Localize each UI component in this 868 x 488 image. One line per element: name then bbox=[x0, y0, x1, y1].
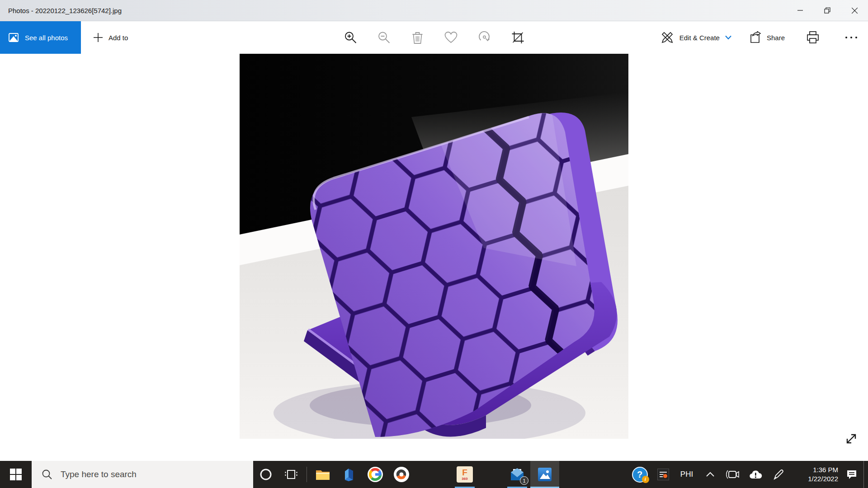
action-center-icon bbox=[845, 468, 858, 481]
zoom-in-icon bbox=[344, 31, 357, 44]
crop-button[interactable] bbox=[507, 27, 528, 48]
edit-create-label: Edit & Create bbox=[679, 34, 720, 42]
onenote-button[interactable] bbox=[336, 461, 362, 488]
minimize-icon bbox=[797, 8, 803, 13]
zoom-out-button[interactable] bbox=[373, 27, 395, 48]
device-camera-icon bbox=[726, 469, 740, 480]
trash-icon bbox=[411, 31, 424, 44]
info-badge-icon: i bbox=[642, 476, 649, 483]
window-title: Photos - 20220122_123626[5742].jpg bbox=[8, 7, 122, 14]
minimize-button[interactable] bbox=[787, 0, 814, 21]
rotate-icon bbox=[477, 31, 491, 44]
task-view-icon bbox=[284, 468, 298, 481]
pen-icon bbox=[772, 468, 784, 481]
onenote-icon bbox=[342, 467, 356, 482]
favorite-button[interactable] bbox=[440, 27, 462, 48]
chevron-up-icon bbox=[706, 472, 714, 477]
zoom-out-icon bbox=[377, 31, 391, 44]
edit-create-button[interactable]: Edit & Create bbox=[660, 21, 731, 54]
onedrive-alert-tray-button[interactable] bbox=[744, 461, 767, 488]
share-button[interactable]: Share bbox=[749, 21, 785, 54]
plus-icon bbox=[93, 33, 103, 42]
search-input[interactable] bbox=[60, 469, 242, 480]
ellipsis-icon bbox=[844, 36, 858, 39]
tray-app-icon bbox=[657, 469, 669, 480]
language-label: PHI bbox=[680, 470, 693, 479]
cloud-alert-icon bbox=[749, 469, 762, 480]
photos-app-icon bbox=[537, 467, 552, 482]
file-explorer-icon bbox=[315, 468, 330, 481]
add-to-label: Add to bbox=[108, 34, 128, 42]
taskbar-separator bbox=[307, 467, 307, 482]
google-button[interactable] bbox=[362, 461, 388, 488]
expand-icon bbox=[844, 432, 858, 446]
get-help-tray-button[interactable]: ? i bbox=[627, 461, 652, 488]
tray-app-button[interactable] bbox=[652, 461, 675, 488]
taskbar-gap bbox=[478, 461, 504, 488]
taskbar: F 360 1 bbox=[0, 461, 868, 488]
crop-icon bbox=[511, 31, 524, 44]
file-explorer-button[interactable] bbox=[310, 461, 336, 488]
edit-create-icon bbox=[660, 31, 674, 44]
hidden-icons-button[interactable] bbox=[699, 461, 722, 488]
command-bar-right: Edit & Create Share bbox=[660, 21, 862, 54]
photo-tools bbox=[340, 21, 528, 54]
mail-button[interactable]: 1 bbox=[504, 461, 530, 488]
clock-time: 1:36 PM bbox=[813, 465, 838, 474]
window-controls bbox=[787, 0, 868, 21]
search-icon bbox=[42, 469, 52, 480]
fusion-f-glyph: F bbox=[462, 468, 467, 477]
device-tray-button[interactable] bbox=[722, 461, 744, 488]
language-indicator[interactable]: PHI bbox=[675, 461, 699, 488]
photos-gallery-icon bbox=[8, 32, 19, 43]
help-icon: ? i bbox=[632, 467, 648, 483]
clock[interactable]: 1:36 PM 1/22/2022 bbox=[789, 461, 840, 488]
fusion-360-icon: F 360 bbox=[457, 466, 473, 483]
cortana-button[interactable] bbox=[253, 461, 278, 488]
fusion-360-glyph: 360 bbox=[462, 477, 467, 481]
chevron-down-icon bbox=[725, 35, 731, 40]
printer-icon bbox=[806, 31, 820, 44]
share-label: Share bbox=[767, 34, 785, 42]
windows-logo-icon bbox=[10, 469, 22, 480]
see-more-button[interactable] bbox=[840, 27, 862, 48]
share-icon bbox=[749, 31, 761, 44]
zoom-in-button[interactable] bbox=[340, 27, 361, 48]
orange-circle-app-icon bbox=[394, 467, 409, 482]
close-button[interactable] bbox=[841, 0, 868, 21]
taskbar-spacer bbox=[559, 461, 627, 488]
restore-icon bbox=[824, 7, 830, 14]
mail-badge: 1 bbox=[520, 476, 528, 485]
google-g-icon bbox=[368, 467, 383, 482]
fusion-360-button[interactable]: F 360 bbox=[452, 461, 478, 488]
close-icon bbox=[852, 8, 858, 14]
photo-stage bbox=[0, 54, 868, 461]
add-to-button[interactable]: Add to bbox=[89, 21, 132, 54]
photos-app-window: Photos - 20220122_123626[5742].jpg bbox=[0, 0, 868, 488]
start-button[interactable] bbox=[0, 461, 32, 488]
phone-stand-photo bbox=[240, 54, 628, 439]
clock-date: 1/22/2022 bbox=[808, 474, 838, 483]
task-view-button[interactable] bbox=[278, 461, 304, 488]
photo-view[interactable] bbox=[240, 54, 628, 439]
action-center-button[interactable] bbox=[840, 461, 863, 488]
fullscreen-button[interactable] bbox=[843, 430, 860, 447]
taskbar-search[interactable] bbox=[32, 461, 253, 488]
see-all-photos-label: See all photos bbox=[25, 34, 68, 42]
orange-circle-app-button[interactable] bbox=[388, 461, 415, 488]
see-all-photos-button[interactable]: See all photos bbox=[0, 21, 81, 54]
photos-app-button[interactable] bbox=[530, 461, 559, 488]
taskbar-gap bbox=[415, 461, 452, 488]
title-bar: Photos - 20220122_123626[5742].jpg bbox=[0, 0, 868, 21]
rotate-button[interactable] bbox=[474, 27, 495, 48]
restore-button[interactable] bbox=[814, 0, 841, 21]
heart-icon bbox=[444, 31, 458, 44]
windows-ink-tray-button[interactable] bbox=[767, 461, 789, 488]
cortana-icon bbox=[259, 468, 273, 481]
delete-button[interactable] bbox=[407, 27, 428, 48]
show-desktop-button[interactable] bbox=[863, 461, 868, 488]
command-bar: See all photos Add to bbox=[0, 21, 868, 54]
orange-dot bbox=[663, 474, 668, 479]
print-button[interactable] bbox=[802, 27, 823, 48]
